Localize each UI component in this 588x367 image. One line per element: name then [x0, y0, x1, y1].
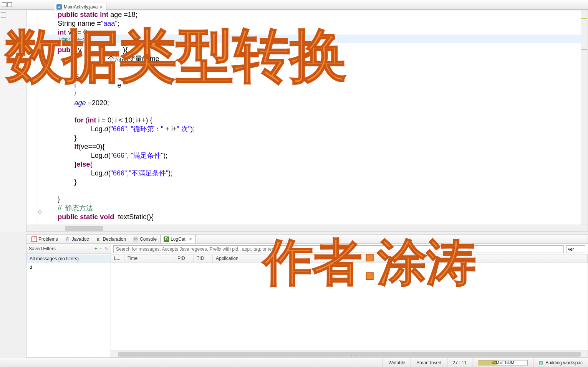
editor-vertical-scrollbar[interactable] — [581, 10, 588, 225]
tab-mainactivity[interactable]: J MainActivity.java ✕ — [54, 3, 106, 11]
left-gutter-strip — [0, 10, 26, 232]
status-build-progress: ▤ Building workspac — [533, 358, 588, 367]
log-horizontal-scrollbar[interactable]: ⋮⋮ — [111, 350, 588, 357]
memory-bar[interactable]: 62M of 163M — [478, 360, 528, 365]
views-tab-row: !Problems @Javadoc ◧Declaration ▭Console… — [27, 235, 588, 244]
status-writable: Writable — [383, 358, 411, 367]
tab-logcat[interactable]: DLogCat✕ — [160, 235, 196, 243]
status-bar: Writable Smart Insert 27 : 11 62M of 163… — [0, 358, 588, 367]
logcat-body: Saved Filters + − ✎ All messages (no fil… — [27, 244, 588, 357]
col-level[interactable]: L... — [111, 255, 124, 263]
scrollbar-grip-icon: ⋮⋮ — [349, 352, 353, 356]
status-memory[interactable]: 62M of 163M — [472, 358, 533, 367]
add-filter-icon[interactable]: + — [94, 246, 97, 251]
code-content[interactable]: public static int age =18; String name =… — [38, 10, 581, 225]
code-editor[interactable]: public static int age =18; String name =… — [26, 10, 588, 232]
scrollbar-marker — [581, 18, 587, 19]
search-input[interactable] — [113, 245, 564, 253]
edit-filter-icon[interactable]: ✎ — [104, 246, 108, 251]
remove-filter-icon[interactable]: − — [99, 246, 102, 251]
saved-filters-pane: Saved Filters + − ✎ All messages (no fil… — [27, 244, 111, 357]
tab-problems[interactable]: !Problems — [28, 235, 61, 243]
declaration-icon: ◧ — [96, 236, 101, 242]
log-rows-empty — [111, 263, 588, 350]
col-time[interactable]: Time — [124, 255, 174, 263]
col-application[interactable]: Application — [213, 255, 588, 263]
bottom-views-panel: !Problems @Javadoc ◧Declaration ▭Console… — [26, 234, 588, 358]
logcat-icon: D — [164, 236, 169, 242]
filter-tt[interactable]: tt — [27, 263, 111, 271]
tab-declaration[interactable]: ◧Declaration — [92, 235, 129, 243]
tab-console[interactable]: ▭Console — [129, 235, 160, 243]
console-icon: ▭ — [133, 236, 138, 242]
filter-actions: + − ✎ — [94, 246, 108, 251]
line-gutter — [27, 10, 38, 225]
log-main-area: L... Time PID TID Application ⋮⋮ — [111, 244, 588, 357]
filter-all-messages[interactable]: All messages (no filters) — [27, 255, 111, 263]
java-file-icon: J — [56, 4, 62, 10]
javadoc-icon: @ — [65, 236, 70, 242]
log-level-select[interactable] — [566, 245, 585, 253]
close-icon[interactable]: ✕ — [189, 236, 192, 242]
progress-icon: ▤ — [539, 360, 543, 365]
col-tid[interactable]: TID — [194, 255, 213, 263]
log-search-row — [111, 244, 588, 255]
tab-filename: MainActivity.java — [64, 4, 98, 10]
filters-list: All messages (no filters) tt — [27, 254, 111, 357]
filters-header: Saved Filters + − ✎ — [27, 244, 111, 254]
scrollbar-marker — [581, 49, 587, 50]
log-table-header: L... Time PID TID Application — [111, 255, 588, 263]
status-spacer — [0, 358, 383, 367]
package-explorer-icon[interactable] — [1, 12, 6, 18]
status-cursor-position: 27 : 11 — [447, 358, 472, 367]
editor-tabs: J MainActivity.java ✕ — [0, 0, 106, 11]
status-insert-mode: Smart Insert — [411, 358, 447, 367]
problems-icon: ! — [31, 236, 37, 242]
scrollbar-thumb[interactable] — [65, 226, 103, 231]
editor-horizontal-scrollbar[interactable] — [27, 225, 588, 231]
col-pid[interactable]: PID — [174, 255, 194, 263]
close-icon[interactable]: ✕ — [99, 5, 103, 10]
filters-title: Saved Filters — [29, 246, 56, 251]
tab-javadoc[interactable]: @Javadoc — [61, 235, 93, 243]
